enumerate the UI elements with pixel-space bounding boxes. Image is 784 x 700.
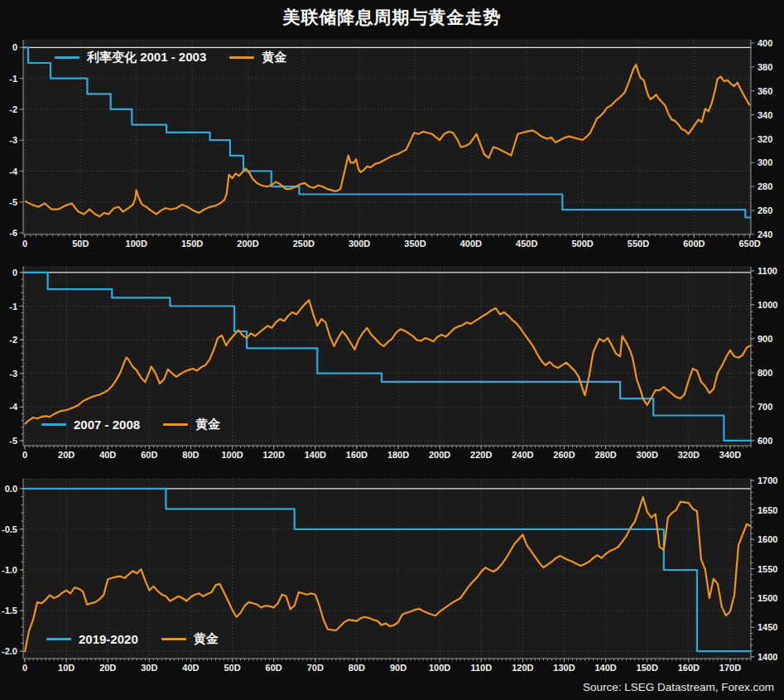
legend-item-rate: 2019-2020 [46, 632, 138, 646]
x-tick-label: 80D [349, 663, 365, 673]
left-tick-label: -2 [9, 104, 17, 114]
x-tick-label: 300D [637, 450, 658, 460]
left-tick-label: -3 [9, 369, 17, 379]
chart-title: 美联储降息周期与黄金走势 [0, 6, 784, 29]
x-tick-label: 100D [429, 663, 450, 673]
x-tick-label: 100D [221, 450, 243, 460]
x-tick-label: 200D [237, 239, 258, 249]
right-tick-label: 300 [758, 157, 772, 167]
gold-line-swatch [161, 638, 186, 640]
right-tick-label: 380 [758, 62, 772, 72]
right-tick-label: 600 [758, 436, 772, 446]
x-tick-label: 30D [141, 663, 157, 673]
gold-line-swatch [163, 423, 188, 426]
x-tick-label: 40D [99, 450, 116, 460]
source-credit: Source: LSEG Datastream, Forex.com [583, 681, 774, 693]
x-tick-label: 400D [460, 239, 482, 249]
legend-label-rate: 2007 - 2008 [74, 418, 140, 432]
left-tick-label: -1 [9, 74, 17, 84]
x-tick-label: 260D [553, 450, 575, 460]
x-tick-label: 160D [346, 450, 368, 460]
x-tick-label: 110D [470, 663, 492, 673]
right-tick-label: 900 [758, 334, 772, 344]
x-tick-label: 50D [224, 663, 240, 673]
x-tick-label: 10D [58, 663, 75, 673]
x-tick-label: 80D [182, 450, 199, 460]
left-tick-label: -5 [9, 436, 17, 446]
left-tick-label: -3 [9, 135, 17, 145]
chart-canvas-2001-2003: 050D100D150D200D250D300D350D400D450D500D… [0, 33, 784, 253]
x-tick-label: 20D [99, 663, 116, 673]
x-tick-label: 170D [719, 663, 741, 673]
left-tick-label: -4 [9, 402, 18, 412]
x-tick-label: 150D [637, 663, 658, 673]
panel-2001-2003: 050D100D150D200D250D300D350D400D450D500D… [0, 33, 784, 253]
x-tick-label: 350D [404, 239, 426, 249]
left-tick-label: -5 [9, 197, 17, 207]
rate-line-swatch [41, 423, 66, 426]
legend-item-gold: 黄金 [163, 417, 220, 432]
chart-canvas-2007-2008: 020D40D60D80D100D120D140D160D180D200D220… [0, 255, 784, 469]
left-tick-label: -1.5 [2, 606, 17, 616]
x-tick-label: 150D [181, 239, 203, 249]
legend-label-gold: 黄金 [195, 417, 220, 432]
x-tick-label: 180D [387, 450, 409, 460]
x-tick-label: 280D [594, 450, 616, 460]
x-tick-label: 40D [182, 663, 199, 673]
panel-2007-2008: 020D40D60D80D100D120D140D160D180D200D220… [0, 255, 784, 469]
x-tick-label: 340D [719, 450, 741, 460]
x-tick-label: 320D [678, 450, 700, 460]
legend-item-gold: 黄金 [161, 631, 219, 647]
right-tick-label: 260 [758, 205, 772, 215]
left-tick-label: 0 [12, 268, 17, 278]
legend-item-gold: 黄金 [229, 50, 286, 65]
left-tick-label: -1 [9, 302, 17, 311]
figure: 美联储降息周期与黄金走势 050D100D150D200D250D300D350… [0, 0, 784, 700]
right-tick-label: 1000 [758, 300, 777, 310]
right-tick-label: 340 [758, 110, 772, 120]
right-tick-label: 360 [758, 86, 772, 96]
right-tick-label: 240 [758, 229, 772, 239]
right-tick-label: 1100 [758, 266, 777, 276]
left-tick-label: -4 [9, 167, 18, 176]
legend-label-gold: 黄金 [194, 631, 219, 647]
right-tick-label: 1650 [758, 505, 777, 515]
panel-2019-2020: 010D20D30D40D50D60D70D80D90D100D110D120D… [0, 472, 784, 681]
right-tick-label: 1500 [758, 593, 777, 603]
right-tick-label: 1700 [758, 476, 777, 485]
legend-item-rate: 2007 - 2008 [41, 418, 140, 432]
x-tick-label: 160D [678, 663, 700, 673]
x-tick-label: 120D [512, 663, 533, 673]
right-tick-label: 320 [758, 134, 772, 144]
legend-2007-2008: 2007 - 2008 黄金 [41, 417, 220, 432]
rate-line-swatch [46, 638, 71, 640]
x-tick-label: 140D [594, 663, 616, 673]
legend-label-rate: 2019-2020 [79, 632, 138, 646]
x-tick-label: 300D [349, 239, 370, 249]
x-tick-label: 100D [126, 239, 147, 249]
x-tick-label: 550D [628, 239, 649, 249]
x-tick-label: 250D [293, 239, 315, 249]
x-tick-label: 500D [571, 239, 593, 249]
legend-label-rate: 利率变化 2001 - 2003 [87, 50, 206, 65]
x-tick-label: 220D [470, 450, 492, 460]
legend-2001-2003: 利率变化 2001 - 2003 黄金 [55, 50, 286, 65]
left-tick-label: -0.5 [2, 524, 17, 534]
right-tick-label: 280 [758, 181, 772, 191]
right-tick-label: 700 [758, 402, 772, 412]
left-tick-label: -6 [9, 228, 17, 238]
x-tick-label: 650D [739, 239, 761, 249]
legend-label-gold: 黄金 [262, 50, 286, 65]
x-tick-label: 0 [22, 663, 27, 673]
left-tick-label: 0.0 [5, 484, 17, 494]
x-tick-label: 70D [307, 663, 324, 673]
x-tick-label: 600D [683, 239, 705, 249]
x-tick-label: 200D [429, 450, 450, 460]
x-tick-label: 20D [58, 450, 75, 460]
left-tick-label: -2.0 [2, 646, 17, 656]
legend-2019-2020: 2019-2020 黄金 [46, 631, 219, 647]
legend-item-rate: 利率变化 2001 - 2003 [55, 50, 206, 65]
x-tick-label: 120D [263, 450, 285, 460]
x-tick-label: 60D [266, 663, 282, 673]
x-tick-label: 60D [141, 450, 157, 460]
